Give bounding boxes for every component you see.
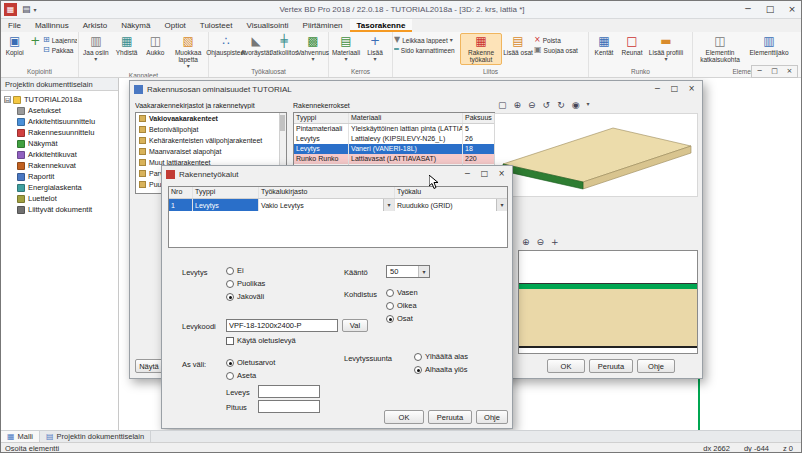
column-header[interactable]: Työkalu <box>395 187 507 198</box>
menu-mallinnus[interactable]: Mallinnus <box>28 19 76 32</box>
tree-item-arkkitehtikuvat[interactable]: Arkkitehtikuvat <box>4 149 118 160</box>
use-default-checkbox[interactable]: Käytä oletuslevyä <box>226 336 296 345</box>
ok-button[interactable]: OK <box>384 410 424 424</box>
cancel-button[interactable]: Peruuta <box>428 410 472 424</box>
ok-button[interactable]: OK <box>547 359 585 373</box>
tab-projektin-dokumenttiselain[interactable]: ▤Projektin dokumenttiselain <box>40 431 151 442</box>
dialog-minimize-button[interactable]: ─ <box>459 168 476 181</box>
laajenna-button[interactable]: ⊞Laajenna <box>43 36 77 44</box>
dialog-close-button[interactable]: × <box>683 83 700 96</box>
kaanto-select[interactable]: 50▾ <box>386 265 430 278</box>
help-button[interactable]: Ohje <box>637 359 675 373</box>
column-header[interactable]: Tyyppi <box>193 187 259 198</box>
zoom-in-icon[interactable]: ⊕ <box>514 101 522 110</box>
pan-icon[interactable]: + <box>551 238 559 247</box>
radio-puolikas[interactable]: Puolikas <box>226 279 265 288</box>
view-caret-icon[interactable]: ▾ <box>587 101 590 110</box>
radio-oletusarvot[interactable]: Oletusarvot <box>226 358 275 367</box>
tool-combobox[interactable]: Ruudukko (GRID)▾ <box>395 199 507 211</box>
mdi-close-button[interactable]: × <box>782 66 797 77</box>
library-item[interactable]: Maanvaraiset alapohjat <box>136 146 286 157</box>
tree-item-arkkitehtisuunnittelu[interactable]: Arkkitehtisuunnittelu <box>4 116 118 127</box>
jatkoliitos-button[interactable]: ╪Jatkoliitos <box>270 33 298 58</box>
tree-item-energialaskenta[interactable]: Energialaskenta <box>4 182 118 193</box>
zoom-in-icon[interactable]: ⊕ <box>522 238 530 247</box>
lisaa-button[interactable]: +Lisää▾ <box>362 33 388 64</box>
zoom-out-icon[interactable]: ⊖ <box>528 101 536 110</box>
yhdista-button[interactable]: ▦Yhdistä <box>112 33 142 58</box>
structure-section-preview[interactable] <box>518 250 698 354</box>
properties-dialog-titlebar[interactable]: Rakennusosan ominaisuudet TUTORIAL ─ □ × <box>130 81 702 97</box>
minimize-button[interactable]: ─ <box>737 1 759 18</box>
mdi-minimize-button[interactable]: ─ <box>752 66 767 77</box>
radio-jakovali[interactable]: Jakoväli <box>226 292 264 301</box>
tool-row-selected[interactable]: 1 Levytys Vakio Levytys▾ Ruudukko (GRID)… <box>169 199 507 211</box>
menu-tulosteet[interactable]: Tulosteet <box>193 19 240 32</box>
dialog-close-button[interactable]: × <box>493 168 510 181</box>
menu-nakyma[interactable]: Näkymä <box>114 19 157 32</box>
pakkaa-button[interactable]: ⊟Pakkaa <box>43 46 77 54</box>
help-button[interactable]: Ohje <box>476 410 508 424</box>
radio-oikea[interactable]: Oikea <box>386 301 417 310</box>
dialog-maximize-button[interactable]: □ <box>666 83 683 96</box>
mdi-restore-button[interactable]: □ <box>767 66 782 77</box>
close-button[interactable]: × <box>781 1 802 18</box>
frame-icon[interactable]: ▢ <box>498 101 507 110</box>
qat-caret-icon[interactable]: ▾ <box>34 7 37 13</box>
radio-ylhaalta-alas[interactable]: Ylhäältä alas <box>414 352 468 361</box>
menu-arkisto[interactable]: Arkisto <box>76 19 114 32</box>
dialog-minimize-button[interactable]: ─ <box>649 83 666 96</box>
layer-row[interactable]: LevytysLattialevy (KIPSILEVY-N26_L)26 <box>294 134 494 144</box>
tool-library-combobox[interactable]: Vakio Levytys▾ <box>259 199 395 211</box>
layer-row[interactable]: PintamateriaaliYleiskäyttöinen lattian p… <box>294 124 494 134</box>
tree-item-liittyvat-dokumentit[interactable]: Liittyvät dokumentit <box>4 204 118 215</box>
cancel-button[interactable]: Peruuta <box>589 359 633 373</box>
menu-piirtaminen[interactable]: Piirtäminen <box>296 19 350 32</box>
avoraystaat-button[interactable]: ◣Avoräystät <box>242 33 270 58</box>
radio-aseta[interactable]: Aseta <box>226 371 256 380</box>
column-header[interactable]: Paksuus <box>463 113 494 123</box>
library-item[interactable]: Kehärakenteisten välipohjarakenteet <box>136 135 286 146</box>
tree-item-rakennekuvat[interactable]: Rakennekuvat <box>4 160 118 171</box>
maximize-button[interactable]: □ <box>759 1 781 18</box>
radio-ei[interactable]: Ei <box>226 266 244 275</box>
column-header[interactable]: Työkalukirjasto <box>259 187 395 198</box>
kopioi-button[interactable]: ▣Kopioi <box>2 33 27 58</box>
ohjauspisteet-button[interactable]: ∴Ohjauspisteet <box>210 33 242 58</box>
radio-osat[interactable]: Osat <box>386 314 413 323</box>
tree-item-raportit[interactable]: Raportit <box>4 171 118 182</box>
levykoodi-input[interactable] <box>226 319 338 332</box>
val-button[interactable]: Val <box>342 319 368 332</box>
elementin-katkaisukohta-button[interactable]: ◫Elementin katkaisukohta <box>694 33 746 65</box>
column-header[interactable]: Materiaali <box>349 113 463 123</box>
layer-row-selected[interactable]: LevytysVaneri (VANERI-18L)18 <box>294 144 494 154</box>
aukko-button[interactable]: ◫Aukko <box>142 33 170 58</box>
column-header[interactable]: Nro <box>169 187 193 198</box>
radio-alhaalta-ylos[interactable]: Alhaalta ylös <box>414 365 468 374</box>
column-header[interactable]: Tyyppi <box>294 113 349 123</box>
menu-optiot[interactable]: Optiot <box>157 19 192 32</box>
rotate-right-icon[interactable]: ↻ <box>557 101 565 110</box>
reunat-button[interactable]: □Reunat <box>618 33 646 58</box>
menu-file[interactable]: File <box>1 19 28 32</box>
tab-malli[interactable]: ▦Malli <box>1 431 40 442</box>
tree-item-asetukset[interactable]: Asetukset <box>4 105 118 116</box>
jaa-osiin-button[interactable]: ▥Jaa osiin▾ <box>80 33 112 64</box>
rakennetyokalut-button[interactable]: ▦Rakenne työkalut <box>460 33 502 65</box>
pituus-input[interactable] <box>258 400 320 413</box>
library-item[interactable]: Vakiovaakarakenteet <box>136 113 286 124</box>
menu-visualisointi[interactable]: Visualisointi <box>239 19 295 32</box>
elementtijako-button[interactable]: ▥Elementtijako <box>746 33 792 58</box>
suojaa-osat-button[interactable]: ▣Suojaa osat <box>534 46 586 54</box>
muokkaa-lapetta-button[interactable]: ▧Muokkaa lapetta▾ <box>169 33 207 71</box>
materiaali-button[interactable]: ▤Materiaali▾ <box>330 33 362 64</box>
tree-item-nakymat[interactable]: Näkymät <box>4 138 118 149</box>
sido-kannattimeen-button[interactable]: ═Sido kannattimeen <box>394 46 460 54</box>
rotate-left-icon[interactable]: ↺ <box>543 101 551 110</box>
dialog-maximize-button[interactable]: □ <box>476 168 493 181</box>
library-item[interactable]: Betonivälipohjat <box>136 124 286 135</box>
tools-dialog-titlebar[interactable]: Rakennetyökalut ─ □ × <box>162 166 512 182</box>
poista-button[interactable]: ×Poista <box>534 36 586 44</box>
structure-3d-preview[interactable] <box>494 113 698 197</box>
lisaa-osat-button[interactable]: ▤Lisää osat <box>502 33 534 58</box>
